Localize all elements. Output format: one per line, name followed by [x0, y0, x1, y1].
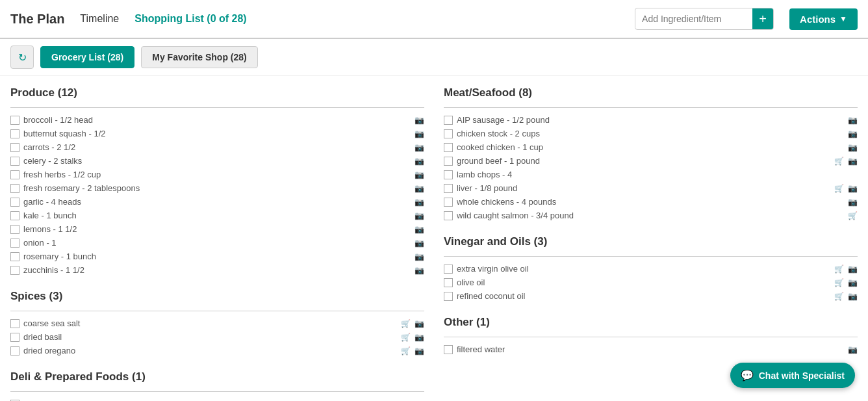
- camera-icon: 📷: [848, 129, 858, 138]
- item-checkbox[interactable]: [444, 265, 453, 274]
- nav-shopping-list[interactable]: Shopping List (0 of 28): [134, 13, 246, 25]
- item-label: coarse sea salt: [23, 318, 397, 328]
- item-checkbox[interactable]: [10, 116, 19, 125]
- camera-icon: 📷: [415, 116, 424, 125]
- item-label: olive oil: [457, 278, 830, 287]
- list-item: dried oregano🛒📷: [10, 344, 424, 357]
- item-list-0: AIP sausage - 1/2 pound📷chicken stock - …: [444, 113, 858, 222]
- item-checkbox[interactable]: [444, 184, 453, 193]
- list-item: garlic - 4 heads📷: [10, 195, 424, 209]
- chat-specialist-button[interactable]: 💬 Chat with Specialist: [730, 363, 855, 388]
- item-checkbox[interactable]: [444, 116, 453, 125]
- item-checkbox[interactable]: [444, 278, 453, 287]
- item-label: cooked chicken - 1 cup: [457, 142, 844, 152]
- item-checkbox[interactable]: [10, 266, 19, 275]
- list-item: extra virgin olive oil🛒📷: [444, 262, 858, 276]
- camera-icon: 📷: [848, 345, 858, 354]
- list-item: AIP sausage - 1/2 pound📷: [444, 113, 858, 127]
- camera-icon: 📷: [415, 333, 424, 342]
- list-item: rosemary - 1 bunch📷: [10, 250, 424, 263]
- add-ingredient-button[interactable]: +: [752, 8, 773, 29]
- add-ingredient-wrapper: +: [635, 8, 774, 30]
- list-item: lemons - 1 1/2📷: [10, 222, 424, 236]
- list-item: filtered water📷: [444, 343, 858, 356]
- item-label: whole chickens - 4 pounds: [457, 197, 844, 207]
- item-checkbox[interactable]: [10, 129, 19, 138]
- item-checkbox[interactable]: [10, 170, 19, 179]
- item-checkbox[interactable]: [10, 252, 19, 261]
- item-checkbox[interactable]: [444, 143, 453, 152]
- item-checkbox[interactable]: [10, 157, 19, 166]
- cart-icon: 🛒: [848, 211, 858, 220]
- category-divider-1: [444, 256, 858, 257]
- list-item: olive oil🛒📷: [444, 276, 858, 289]
- category-title-1: Vinegar and Oils (3): [444, 235, 858, 251]
- item-checkbox[interactable]: [10, 239, 19, 248]
- camera-icon: 📷: [848, 198, 858, 207]
- item-label: extra virgin olive oil: [457, 264, 830, 274]
- list-item: fresh rosemary - 2 tablespoons📷: [10, 181, 424, 195]
- cart-icon: 🛒: [834, 278, 844, 287]
- list-item: zucchinis - 1 1/2📷: [10, 263, 424, 277]
- cart-icon: 🛒: [834, 265, 844, 274]
- item-label: broccoli - 1/2 head: [23, 115, 411, 125]
- list-item: wild caught salmon - 3/4 pound🛒: [444, 209, 858, 222]
- item-label: refined coconut oil: [457, 291, 830, 301]
- list-item: chicken stock - 2 cups📷: [444, 127, 858, 140]
- camera-icon: 📷: [415, 198, 424, 207]
- category-divider-1: [10, 311, 424, 311]
- camera-icon: 📷: [848, 292, 858, 301]
- list-item: cooked chicken - 1 cup📷: [444, 140, 858, 154]
- nav-title: The Plan: [10, 12, 64, 27]
- cart-icon: 🛒: [834, 184, 844, 193]
- list-item: kale - 1 bunch📷: [10, 209, 424, 222]
- item-checkbox[interactable]: [444, 198, 453, 207]
- item-label: filtered water: [457, 344, 844, 354]
- sub-nav: ↻ Grocery List (28) My Favorite Shop (28…: [0, 39, 868, 76]
- list-item: lamb chops - 4: [444, 168, 858, 181]
- item-checkbox[interactable]: [10, 346, 19, 356]
- top-nav: The Plan Timeline Shopping List (0 of 28…: [0, 0, 868, 39]
- item-checkbox[interactable]: [10, 319, 19, 328]
- category-divider-0: [10, 107, 424, 108]
- item-checkbox[interactable]: [10, 333, 19, 342]
- item-checkbox[interactable]: [10, 143, 19, 152]
- camera-icon: 📷: [415, 239, 424, 248]
- item-checkbox[interactable]: [444, 211, 453, 220]
- camera-icon: 📷: [415, 319, 424, 328]
- refresh-button[interactable]: ↻: [10, 45, 34, 69]
- item-checkbox[interactable]: [444, 157, 453, 166]
- tab-favorite-shop[interactable]: My Favorite Shop (28): [141, 46, 257, 68]
- category-title-0: Meat/Seafood (8): [444, 86, 858, 102]
- item-checkbox[interactable]: [444, 345, 453, 354]
- camera-icon: 📷: [415, 252, 424, 261]
- list-item: onion - 1📷: [10, 236, 424, 250]
- item-checkbox[interactable]: [444, 292, 453, 301]
- list-item: carrots - 2 1/2📷: [10, 140, 424, 154]
- item-checkbox[interactable]: [10, 198, 19, 207]
- tab-grocery-list[interactable]: Grocery List (28): [40, 46, 134, 68]
- add-ingredient-input[interactable]: [635, 10, 752, 28]
- list-item: ground beef - 1 pound🛒📷: [444, 154, 858, 168]
- list-item: broccoli - 1/2 head📷: [10, 113, 424, 127]
- item-list-1: coarse sea salt🛒📷dried basil🛒📷dried oreg…: [10, 317, 424, 357]
- item-checkbox[interactable]: [444, 170, 453, 179]
- nav-timeline[interactable]: Timeline: [80, 13, 119, 25]
- item-checkbox[interactable]: [10, 211, 19, 220]
- list-item: faux-mato sauce - 1/4 batch: [10, 397, 424, 401]
- category-divider-2: [10, 391, 424, 392]
- cart-icon: 🛒: [401, 333, 411, 342]
- category-title-1: Spices (3): [10, 290, 424, 305]
- item-label: wild caught salmon - 3/4 pound: [457, 211, 844, 220]
- item-label: zucchinis - 1 1/2: [23, 265, 411, 275]
- list-item: refined coconut oil🛒📷: [444, 289, 858, 303]
- item-label: onion - 1: [23, 238, 411, 248]
- item-label: carrots - 2 1/2: [23, 142, 411, 152]
- item-checkbox[interactable]: [10, 225, 19, 234]
- camera-icon: 📷: [848, 278, 858, 287]
- item-checkbox[interactable]: [10, 184, 19, 193]
- category-divider-0: [444, 107, 858, 108]
- actions-button[interactable]: Actions ▼: [789, 8, 858, 30]
- item-checkbox[interactable]: [444, 129, 453, 138]
- camera-icon: 📷: [415, 346, 424, 356]
